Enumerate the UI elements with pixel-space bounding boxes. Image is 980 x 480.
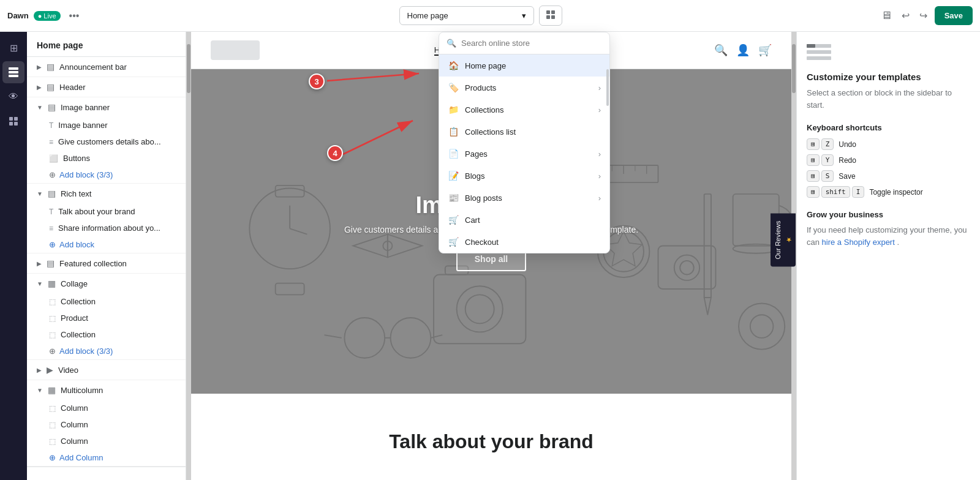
account-icon[interactable]: 👤 <box>736 43 750 57</box>
child-label: Column <box>61 437 88 446</box>
dropdown-item-blog-posts[interactable]: 📰 Blog posts › <box>439 187 609 209</box>
search-online-store-input[interactable] <box>461 39 602 48</box>
chevron-right-icon: › <box>598 171 601 181</box>
toggle-icon: ▶ <box>37 367 42 373</box>
add-column-button[interactable]: ⊕ Add Column <box>27 449 113 466</box>
iconbar-eye-button[interactable]: 👁 <box>2 86 24 108</box>
right-panel: Customize your templates Select a sectio… <box>796 32 980 480</box>
shortcut-inspector: ⊞ shift I Toggle inspector <box>807 186 970 198</box>
svg-rect-6 <box>9 75 18 77</box>
section-icon: ▤ <box>47 62 55 72</box>
toggle-icon: ▼ <box>37 190 43 197</box>
kbd-ctrl: ⊞ <box>807 154 820 166</box>
page-dropdown-menu: 🔍 🏠 Home page 🏷️ Products › 📁 Collection… <box>439 32 610 253</box>
text-icon: ≡ <box>49 138 53 146</box>
sidebar-child-share-information[interactable]: ≡ Share information about yo... <box>27 220 186 236</box>
kbd-z: Z <box>821 138 834 150</box>
section-icon: ▤ <box>47 258 55 268</box>
sidebar-child-column1[interactable]: ⬚ Column <box>27 400 186 416</box>
save-button[interactable]: Save <box>935 6 973 25</box>
crop-icon: ⬚ <box>49 404 56 413</box>
sidebar-child-image-banner-details[interactable]: ≡ Give customers details abo... <box>27 133 186 150</box>
section-icon: ▤ <box>48 189 56 198</box>
add-block-label: Add block <box>59 240 94 249</box>
live-badge: ● Live <box>34 11 61 21</box>
svg-rect-56 <box>807 44 815 48</box>
grow-title: Grow your business <box>807 210 970 219</box>
sidebar-child-collage-product[interactable]: ⬚ Product <box>27 310 186 326</box>
multicolumn-header[interactable]: ▼ ▦ Multicolumn <box>27 380 186 400</box>
plus-icon: ⊕ <box>49 240 56 249</box>
dropdown-item-blogs[interactable]: 📝 Blogs › <box>439 165 609 187</box>
cart-icon[interactable]: 🛒 <box>758 43 772 57</box>
page-dropdown-button[interactable]: Home page ▾ <box>399 6 534 25</box>
svg-point-42 <box>680 261 694 275</box>
iconbar-home-button[interactable]: ⊞ <box>2 37 24 59</box>
add-block-label: Add block (3/3) <box>59 347 113 356</box>
top-bar-left: Dawn ● Live ••• <box>7 9 83 23</box>
dropdown-item-label: Blogs <box>465 171 485 181</box>
dropdown-item-pages[interactable]: 📄 Pages › <box>439 143 609 165</box>
collage-header[interactable]: ▼ ▦ Collage <box>27 274 186 293</box>
kbd-group-inspector: ⊞ shift I <box>807 186 864 198</box>
store-nav-icons: 🔍 👤 🛒 <box>714 43 772 57</box>
undo-button[interactable]: ↩ <box>899 7 912 24</box>
grid-icon-button[interactable] <box>539 6 562 26</box>
svg-line-26 <box>431 335 442 338</box>
sidebar-child-column3[interactable]: ⬚ Column <box>27 433 186 449</box>
preview-scrollbar[interactable] <box>186 32 191 480</box>
dropdown-item-label: Collections <box>465 105 504 114</box>
svg-point-48 <box>739 303 785 349</box>
dropdown-scrollbar-thumb <box>606 69 609 106</box>
dropdown-item-collections-list[interactable]: 📋 Collections list <box>439 121 609 143</box>
announcement-bar-header[interactable]: ▶ ▤ Announcement bar <box>27 57 186 77</box>
sidebar-child-collage-collection1[interactable]: ⬚ Collection <box>27 293 186 310</box>
dropdown-item-cart[interactable]: 🛒 Cart <box>439 209 609 231</box>
sidebar-child-collage-collection2[interactable]: ⬚ Collection <box>27 326 186 343</box>
desktop-device-button[interactable]: 🖥 <box>878 7 894 24</box>
add-block-rich-text-button[interactable]: ⊕ Add block <box>27 236 104 253</box>
sidebar-child-talk-about-brand[interactable]: T Talk about your brand <box>27 203 186 220</box>
toggle-icon: ▶ <box>37 64 42 70</box>
reviews-badge[interactable]: Our Reviews ★ <box>771 214 796 267</box>
svg-rect-1 <box>551 10 555 14</box>
sidebar-child-column2[interactable]: ⬚ Column <box>27 416 186 433</box>
add-block-collage-button[interactable]: ⊕ Add block (3/3) <box>27 343 123 359</box>
search-icon[interactable]: 🔍 <box>714 43 728 57</box>
image-banner-header[interactable]: ▼ ▤ Image banner <box>27 97 186 117</box>
rich-text-header[interactable]: ▼ ▤ Rich text <box>27 184 186 203</box>
scrollbar-thumb-right <box>792 44 796 93</box>
reviews-star-icon: ★ <box>784 236 792 244</box>
sidebar-child-image-banner-title[interactable]: T Image banner <box>27 117 186 133</box>
kbd-y: Y <box>821 154 834 166</box>
dropdown-item-checkout[interactable]: 🛒 Checkout <box>439 231 609 253</box>
dropdown-item-home[interactable]: 🏠 Home page <box>439 54 609 77</box>
dropdown-item-collections[interactable]: 📁 Collections › <box>439 99 609 121</box>
featured-collection-header[interactable]: ▶ ▤ Featured collection <box>27 253 186 273</box>
dropdown-item-products[interactable]: 🏷️ Products › <box>439 77 609 99</box>
svg-point-49 <box>750 315 774 338</box>
svg-rect-19 <box>434 274 526 343</box>
sidebar-section-multicolumn: ▼ ▦ Multicolumn ⬚ Column ⬚ Column ⬚ Colu… <box>27 380 186 467</box>
add-section-button[interactable]: ⊕ Add section <box>27 472 100 480</box>
reviews-label: Our Reviews <box>774 221 782 260</box>
header-section-header[interactable]: ▶ ▤ Header <box>27 77 186 97</box>
shortcuts-title: Keyboard shortcuts <box>807 123 970 132</box>
kbd-ctrl: ⊞ <box>807 186 820 198</box>
hire-shopify-link[interactable]: hire a Shopify expert <box>822 238 895 247</box>
add-block-image-banner-button[interactable]: ⊕ Add block (3/3) <box>27 167 123 183</box>
dropdown-search-bar[interactable]: 🔍 <box>439 32 609 54</box>
child-label: Column <box>61 403 88 413</box>
dropdown-item-label: Cart <box>465 216 480 225</box>
sidebar-child-image-banner-buttons[interactable]: ⬜ Buttons <box>27 150 186 167</box>
sidebar-title: Home page <box>37 40 83 50</box>
more-button[interactable]: ••• <box>66 9 83 23</box>
iconbar-sections-button[interactable] <box>2 61 24 83</box>
iconbar-grid-button[interactable] <box>2 110 24 132</box>
page-dropdown-value: Home page <box>407 11 448 20</box>
kbd-i: I <box>852 186 865 198</box>
video-header[interactable]: ▶ ▶ Video <box>27 360 186 380</box>
redo-button[interactable]: ↪ <box>917 7 930 24</box>
child-label: Collection <box>61 297 96 306</box>
toggle-icon: ▼ <box>37 387 43 394</box>
